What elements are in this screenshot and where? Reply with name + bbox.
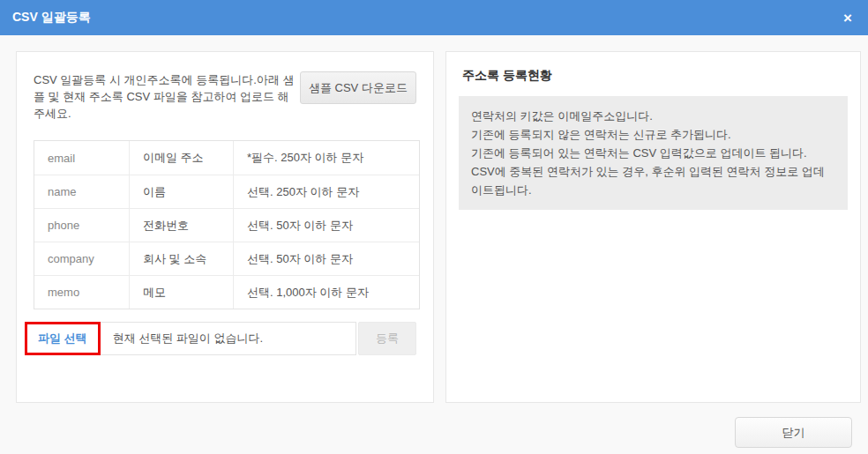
field-rule: 선택. 50자 이하 문자 (234, 242, 419, 275)
field-label: 회사 및 소속 (130, 242, 234, 275)
field-rule: 선택. 1,000자 이하 문자 (234, 276, 419, 309)
info-line: 기존에 등록되어 있는 연락처는 CSV 입력값으로 업데이트 됩니다. (471, 144, 835, 162)
field-key: phone (34, 209, 130, 242)
info-line: 연락처의 키값은 이메일주소입니다. (471, 107, 835, 125)
intro-row: CSV 일괄등록 시 개인주소록에 등록됩니다.아래 샘플 및 현재 주소록 C… (34, 71, 416, 122)
csv-field-table: email 이메일 주소 *필수. 250자 이하 문자 name 이름 선택.… (34, 140, 420, 309)
file-select-button[interactable]: 파일 선택 (25, 322, 101, 355)
upload-panel: CSV 일괄등록 시 개인주소록에 등록됩니다.아래 샘플 및 현재 주소록 C… (16, 51, 434, 403)
close-icon[interactable]: × (840, 9, 856, 27)
modal-header: CSV 일괄등록 × (0, 0, 868, 35)
table-row-email: email 이메일 주소 *필수. 250자 이하 문자 (34, 141, 419, 175)
field-label: 이름 (130, 175, 234, 208)
field-key: company (34, 242, 130, 275)
table-row-name: name 이름 선택. 250자 이하 문자 (34, 175, 419, 208)
table-row-memo: memo 메모 선택. 1,000자 이하 문자 (34, 275, 419, 309)
sample-csv-download-button[interactable]: 샘플 CSV 다운로드 (300, 71, 416, 104)
field-label: 전화번호 (130, 209, 234, 242)
status-panel-title: 주소록 등록현황 (462, 68, 848, 84)
field-label: 이메일 주소 (130, 141, 234, 175)
field-key: name (34, 175, 130, 208)
field-rule: *필수. 250자 이하 문자 (234, 141, 419, 175)
modal-title: CSV 일괄등록 (12, 10, 91, 26)
field-key: memo (34, 276, 130, 309)
info-line: CSV에 중복된 연락처가 있는 경우, 후순위 입력된 연락처 정보로 업데이… (471, 162, 835, 199)
status-panel: 주소록 등록현황 연락처의 키값은 이메일주소입니다. 기존에 등록되지 않은 … (445, 51, 861, 403)
intro-text: CSV 일괄등록 시 개인주소록에 등록됩니다.아래 샘플 및 현재 주소록 C… (34, 71, 300, 122)
field-key: email (34, 141, 130, 175)
field-label: 메모 (130, 276, 234, 309)
file-upload-row: 파일 선택 현재 선택된 파일이 없습니다. 등록 (34, 322, 416, 355)
register-button[interactable]: 등록 (358, 322, 416, 355)
table-row-company: company 회사 및 소속 선택. 50자 이하 문자 (34, 242, 419, 275)
info-line: 기존에 등록되지 않은 연락처는 신규로 추가됩니다. (471, 125, 835, 144)
status-info-box: 연락처의 키값은 이메일주소입니다. 기존에 등록되지 않은 연락처는 신규로 … (459, 96, 848, 210)
field-rule: 선택. 50자 이하 문자 (234, 209, 419, 242)
table-row-phone: phone 전화번호 선택. 50자 이하 문자 (34, 208, 419, 242)
file-status-text: 현재 선택된 파일이 없습니다. (101, 322, 356, 355)
field-rule: 선택. 250자 이하 문자 (234, 175, 419, 208)
close-button[interactable]: 닫기 (735, 417, 852, 448)
